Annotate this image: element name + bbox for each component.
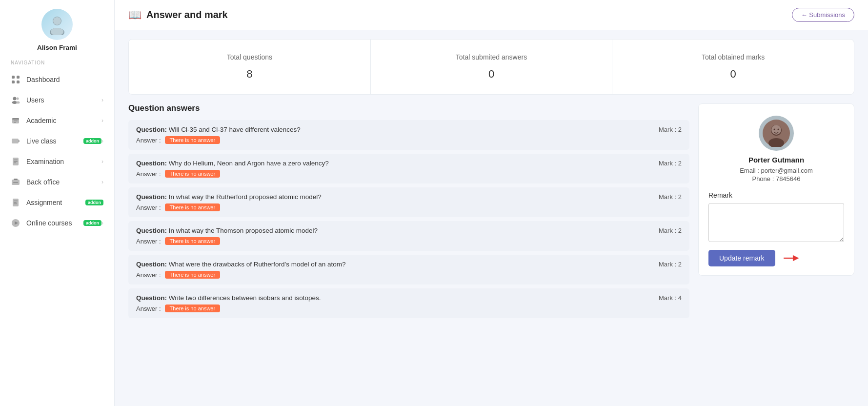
onlinecourses-icon: [11, 218, 20, 228]
no-answer-badge: There is no answer: [165, 170, 221, 178]
sidebar-item-label: Users: [26, 96, 101, 104]
addon-badge: addon: [85, 200, 103, 205]
svg-rect-5: [17, 76, 20, 79]
username: Alison Frami: [37, 44, 77, 51]
qa-question-text: Question: Why do Helium, Neon and Argon …: [136, 160, 329, 167]
qa-answer-label: Answer :: [136, 137, 161, 144]
qa-answer-label: Answer :: [136, 238, 161, 245]
stat-label: Total submited answers: [381, 53, 603, 61]
dashboard-icon: [11, 75, 20, 84]
qa-item-0: Question: Will Cl-35 and Cl-37 have diff…: [128, 120, 689, 150]
svg-rect-7: [17, 81, 20, 83]
svg-point-36: [778, 129, 779, 130]
assignment-icon: [11, 198, 20, 207]
svg-rect-4: [12, 76, 15, 79]
svg-point-8: [13, 97, 17, 101]
qa-mark: Mark : 2: [659, 227, 682, 234]
svg-rect-20: [14, 161, 18, 162]
sidebar-item-academic[interactable]: Academic ›: [0, 110, 114, 131]
user-profile-area: Alison Frami: [37, 9, 77, 51]
qa-item-4: Question: What were the drawbacks of Rut…: [128, 255, 689, 284]
sidebar-item-label: Academic: [26, 117, 101, 124]
backoffice-icon: [11, 177, 20, 187]
svg-rect-14: [14, 121, 18, 121]
nav-label: NAVIGATION: [11, 60, 45, 65]
chevron-right-icon: ›: [101, 97, 103, 103]
page-title-area: 📖 Answer and mark: [128, 9, 228, 21]
update-remark-button[interactable]: Update remark: [708, 250, 775, 266]
nav-list: Dashboard Users › Academic › Live class …: [0, 69, 114, 233]
addon-badge: addon: [83, 220, 101, 226]
sidebar-item-assignment[interactable]: Assignment addon: [0, 192, 114, 213]
svg-marker-38: [793, 255, 799, 262]
stats-row: Total questions 8 Total submited answers…: [128, 39, 854, 95]
stat-total-marks: Total obtained marks 0: [612, 40, 854, 94]
svg-rect-6: [12, 81, 15, 83]
svg-rect-27: [14, 202, 17, 203]
page-title: Answer and mark: [146, 9, 228, 20]
arrow-indicator: [782, 253, 800, 264]
update-remark-row: Update remark: [708, 250, 844, 266]
sidebar-item-label: Back office: [26, 178, 101, 186]
academic-icon: [11, 116, 20, 125]
no-answer-badge: There is no answer: [165, 304, 221, 312]
sidebar-item-users[interactable]: Users ›: [0, 90, 114, 110]
qa-item-5: Question: Write two differences between …: [128, 288, 689, 318]
sidebar-item-examination[interactable]: Examination ›: [0, 151, 114, 172]
qa-question-text: Question: What were the drawbacks of Rut…: [136, 261, 346, 268]
sidebar-item-label: Dashboard: [26, 76, 103, 83]
svg-rect-19: [14, 160, 18, 160]
student-phone: Phone : 7845646: [752, 175, 800, 183]
chevron-right-icon: ›: [101, 158, 103, 165]
users-icon: [11, 95, 20, 105]
book-icon: 📖: [128, 9, 141, 21]
qa-mark: Mark : 2: [659, 193, 682, 201]
qa-answer-label: Answer :: [136, 305, 161, 312]
svg-rect-21: [14, 162, 16, 163]
qa-title: Question answers: [128, 103, 689, 113]
svg-rect-23: [14, 179, 18, 180]
qa-section: Question answers Question: Will Cl-35 an…: [128, 103, 689, 392]
no-answer-badge: There is no answer: [165, 136, 221, 144]
svg-rect-16: [12, 139, 19, 143]
examination-icon: [11, 157, 20, 166]
sidebar: Alison Frami NAVIGATION Dashboard Users …: [0, 0, 115, 406]
sidebar-item-onlinecourses[interactable]: Online courses addon ›: [0, 213, 114, 233]
remark-textarea[interactable]: [708, 203, 844, 242]
no-answer-badge: There is no answer: [165, 203, 221, 211]
chevron-right-icon: ›: [101, 220, 103, 226]
qa-question-text: Question: In what way the Thomson propos…: [136, 227, 318, 234]
stat-value: 8: [139, 68, 361, 81]
svg-point-2: [53, 17, 61, 25]
qa-answer-label: Answer :: [136, 271, 161, 279]
chevron-right-icon: ›: [101, 117, 103, 124]
stat-label: Total obtained marks: [622, 53, 844, 61]
stat-value: 0: [381, 68, 603, 81]
main-content: 📖 Answer and mark ← Submissions Total qu…: [115, 0, 868, 406]
avatar: [41, 9, 73, 40]
svg-rect-24: [13, 182, 18, 183]
qa-question-text: Question: Write two differences between …: [136, 294, 321, 302]
sidebar-item-backoffice[interactable]: Back office ›: [0, 172, 114, 192]
sidebar-item-dashboard[interactable]: Dashboard: [0, 69, 114, 90]
chevron-right-icon: ›: [101, 138, 103, 144]
stat-total-questions: Total questions 8: [129, 40, 371, 94]
svg-point-10: [17, 98, 19, 100]
qa-question-text: Question: Will Cl-35 and Cl-37 have diff…: [136, 126, 301, 133]
qa-item-1: Question: Why do Helium, Neon and Argon …: [128, 154, 689, 183]
remark-section: Remark Update remark: [708, 191, 844, 266]
chevron-right-icon: ›: [101, 179, 103, 185]
sidebar-item-label: Assignment: [26, 199, 82, 206]
qa-mark: Mark : 2: [659, 261, 682, 268]
student-email: Email : porter@gmail.com: [740, 167, 813, 174]
stat-total-submitted: Total submited answers 0: [371, 40, 613, 94]
svg-rect-28: [14, 203, 17, 204]
sidebar-item-liveclass[interactable]: Live class addon ›: [0, 131, 114, 151]
student-card: Porter Gutmann Email : porter@gmail.com …: [698, 103, 854, 276]
svg-point-11: [17, 102, 20, 104]
svg-rect-26: [14, 201, 18, 201]
submissions-button[interactable]: ← Submissions: [792, 8, 854, 22]
qa-answer-label: Answer :: [136, 170, 161, 178]
svg-rect-13: [12, 118, 19, 120]
main-header: 📖 Answer and mark ← Submissions: [115, 0, 868, 30]
